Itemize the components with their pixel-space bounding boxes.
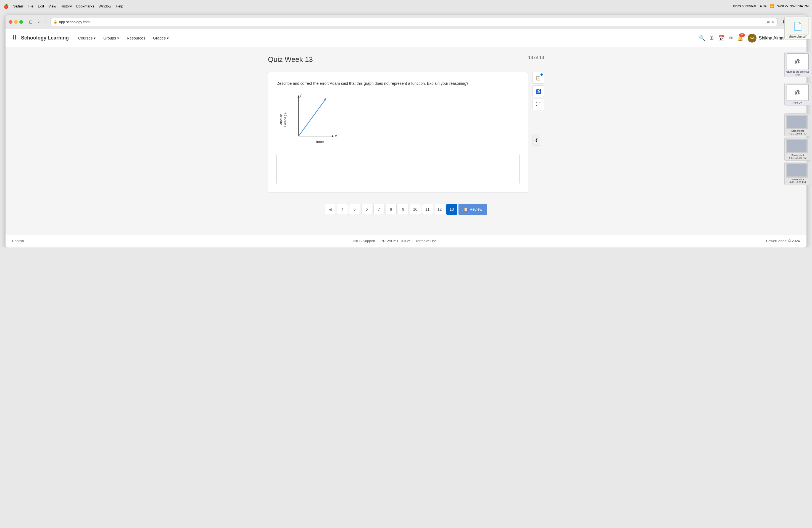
accessibility-button[interactable]: ♿ (533, 85, 544, 97)
user-avatar: SA (748, 34, 756, 43)
svg-rect-1 (15, 35, 16, 40)
svg-text:Amount: Amount (279, 114, 282, 125)
grades-chevron: ▾ (167, 36, 169, 40)
translate-icon[interactable]: ⇄ (767, 20, 770, 24)
collapse-panel-button[interactable]: ❮ (533, 134, 540, 146)
url-text: app.schoology.com (59, 20, 90, 24)
apps-button[interactable]: ⊞ (710, 35, 714, 41)
wifi-icon: 📶 (770, 4, 774, 8)
page-10-button[interactable]: 10 (410, 204, 421, 215)
nav-links: Courses ▾ Groups ▾ Resources Grades ▾ (74, 34, 173, 43)
browser-toolbar: ⊞ ‹ › 🔒 app.schoology.com ⇄ ↻ ⬇ ⬆ ＋ ⧉ (5, 15, 807, 29)
menu-window[interactable]: Window (99, 4, 111, 8)
collapse-icon: ❮ (535, 138, 538, 142)
http-return-label: return to the previous page (786, 70, 810, 76)
system-info: inpss.50565601 (733, 4, 756, 8)
messages-button[interactable]: ✉ (729, 35, 733, 41)
screenshot-items: Screenshot4-11...20.58 PM Screenshot4-11… (784, 113, 811, 185)
nav-grades[interactable]: Grades ▾ (149, 34, 173, 43)
screenshot-2-label: Screenshot4-11...21.29 PM (786, 154, 810, 159)
svg-text:x: x (335, 134, 337, 138)
courses-chevron: ▾ (93, 36, 96, 40)
screenshot-2-thumb (786, 139, 808, 153)
close-window-button[interactable] (9, 20, 12, 24)
http-icon-return: @ (787, 53, 809, 70)
side-panel: 📋 ♿ ⛶ ❮ (533, 72, 544, 198)
apple-menu[interactable]: 🍎 (3, 4, 9, 9)
url-bar[interactable]: 🔒 app.schoology.com ⇄ ↻ (50, 18, 778, 26)
schoology-logo[interactable]: Schoology Learning (12, 34, 69, 42)
notification-badge: 21 (739, 33, 745, 37)
back-button[interactable]: ‹ (37, 18, 41, 26)
desktop-pdf-item[interactable]: 📄 share plan.pdf (784, 17, 811, 40)
page-footer: English INPS Support | PRIVACY POLICY | … (5, 234, 807, 247)
pdf-icon: 📄 (787, 18, 809, 34)
menu-safari[interactable]: Safari (13, 4, 23, 8)
maximize-window-button[interactable] (19, 20, 23, 24)
security-icon: 🔒 (54, 20, 57, 24)
minimize-window-button[interactable] (14, 20, 18, 24)
notes-indicator (540, 73, 543, 76)
fullscreen-button[interactable]: ⛶ (533, 99, 544, 110)
question-text: Describe and correct the error: Adam sai… (276, 80, 520, 86)
menu-view[interactable]: View (48, 4, 56, 8)
forward-button[interactable]: › (43, 18, 48, 26)
menu-bookmarks[interactable]: Bookmarks (76, 4, 94, 8)
menu-history[interactable]: History (60, 4, 72, 8)
screenshot-1-thumb (786, 115, 808, 129)
screenshot-3-thumb (786, 163, 808, 178)
page-7-button[interactable]: 7 (373, 204, 385, 215)
notes-icon: 📋 (536, 75, 541, 80)
notes-button[interactable]: 📋 (533, 72, 544, 84)
traffic-lights (9, 20, 23, 24)
screenshot-1[interactable]: Screenshot4-11...20.58 PM (784, 113, 811, 136)
menu-edit[interactable]: Edit (38, 4, 44, 8)
page-11-button[interactable]: 11 (422, 204, 433, 215)
page-9-button[interactable]: 9 (398, 204, 409, 215)
screenshot-3[interactable]: Screenshot4-11...0.08 PM (784, 162, 811, 185)
calendar-button[interactable]: 📅 (718, 35, 724, 41)
menu-help[interactable]: Help (116, 4, 123, 8)
footer-terms[interactable]: Terms of Use (416, 239, 437, 243)
question-area: Describe and correct the error: Adam sai… (268, 72, 528, 193)
page-content: Schoology Learning Courses ▾ Groups ▾ Re… (5, 29, 807, 247)
svg-line-11 (299, 100, 325, 136)
nav-courses[interactable]: Courses ▾ (74, 34, 99, 43)
groups-chevron: ▾ (117, 36, 119, 40)
nav-groups[interactable]: Groups ▾ (99, 34, 123, 43)
review-button[interactable]: 📋 Review (459, 204, 488, 215)
sidebar-toggle-button[interactable]: ⊞ (27, 18, 34, 26)
footer-privacy-policy[interactable]: PRIVACY POLICY (381, 239, 410, 243)
menu-file[interactable]: File (28, 4, 33, 8)
page-6-button[interactable]: 6 (361, 204, 372, 215)
page-8-button[interactable]: 8 (386, 204, 396, 215)
notifications-button[interactable]: 🔔 21 (737, 35, 743, 41)
page-12-button[interactable]: 12 (434, 204, 445, 215)
graph-container: Amount Earned ($) Hours x y (276, 92, 520, 148)
desktop-http-print-item[interactable]: @ Print QR (784, 83, 811, 105)
search-button[interactable]: 🔍 (699, 35, 705, 41)
datetime: Wed 27 Nov 2:34 PM (777, 4, 809, 8)
quiz-container: Quiz Week 13 13 of 13 Describe and corre… (246, 47, 566, 223)
mac-menubar-right: inpss.50565601 49% 📶 Wed 27 Nov 2:34 PM (733, 4, 809, 8)
page-13-button[interactable]: 13 (446, 204, 458, 215)
schoology-logo-text: Schoology Learning (21, 35, 69, 41)
mac-menubar: 🍎 Safari File Edit View History Bookmark… (0, 0, 812, 12)
footer-language: English (12, 239, 24, 243)
screenshot-1-label: Screenshot4-11...20.58 PM (786, 130, 810, 135)
reload-button[interactable]: ↻ (771, 20, 774, 24)
answer-input-area[interactable] (276, 154, 520, 184)
page-5-button[interactable]: 5 (349, 204, 360, 215)
desktop-http-return-item[interactable]: @ return to the previous page (784, 52, 811, 77)
svg-text:Hours: Hours (315, 140, 324, 144)
quiz-title: Quiz Week 13 (268, 55, 313, 64)
footer-inps-support[interactable]: INPS Support (353, 239, 375, 243)
review-icon: 📋 (463, 207, 468, 211)
pagination: ◀ 4 5 6 7 8 9 10 11 12 13 📋 Review (268, 204, 544, 215)
accessibility-icon: ♿ (536, 89, 541, 94)
nav-resources[interactable]: Resources (123, 34, 149, 43)
screenshot-2[interactable]: Screenshot4-11...21.29 PM (784, 137, 811, 161)
prev-page-button[interactable]: ◀ (325, 204, 336, 215)
page-4-button[interactable]: 4 (337, 204, 348, 215)
schoology-navbar: Schoology Learning Courses ▾ Groups ▾ Re… (5, 29, 807, 47)
